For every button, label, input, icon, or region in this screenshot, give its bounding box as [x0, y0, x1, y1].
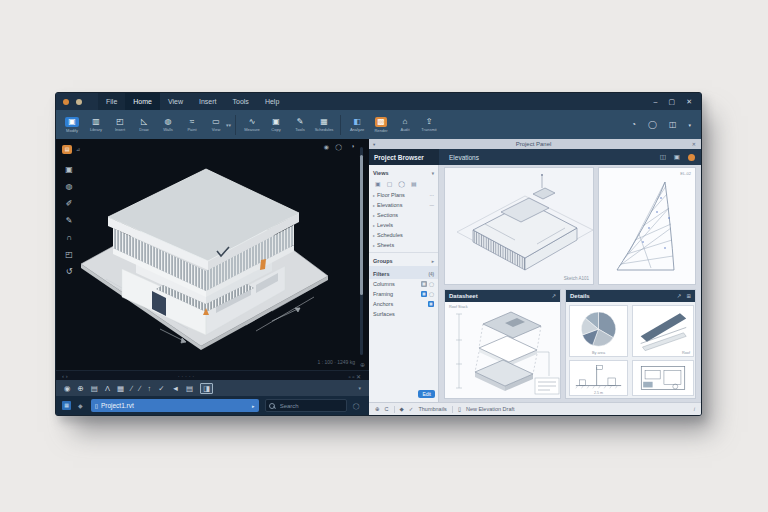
target-tool-icon[interactable]: ◍ [63, 182, 75, 192]
viewport-3d[interactable]: ▤ ⊿ ▣ ◍ ✐ ✎ ∩ ◰ ↺ ◉ ◯ ◗ ⊕ 1 : 100 · 1249… [56, 139, 369, 370]
arc-tool-icon[interactable]: ∩ [63, 233, 75, 243]
insert-button[interactable]: ◰ Insert [108, 118, 132, 132]
tree-item-levels[interactable]: ▸ Levels [369, 220, 438, 230]
info-icon[interactable]: i [694, 406, 695, 412]
viewport-scrollbar-thumb[interactable] [360, 155, 363, 295]
visibility-icon[interactable]: ◯ [429, 292, 434, 297]
sun-icon[interactable]: ◯ [335, 143, 342, 150]
draw-button[interactable]: ◺ Draw [132, 118, 156, 132]
tile-view-icon[interactable]: ◫ [660, 153, 666, 161]
paint-button[interactable]: ≈ Paint [180, 118, 204, 132]
thumbnail-sketch[interactable]: Sketch A101 [444, 167, 594, 285]
project-browser-title[interactable]: Project Browser [369, 149, 439, 165]
pen-tool-icon[interactable]: ✎ [63, 216, 75, 226]
close-button[interactable]: ✕ [686, 98, 692, 106]
active-view-icon[interactable]: ◨ [200, 383, 213, 394]
more-tools-chevron-icon[interactable]: ▾ [358, 385, 361, 391]
tree-new-icon[interactable]: ▢ [387, 180, 393, 187]
layers-icon[interactable]: ▤ [91, 384, 98, 393]
render-button[interactable]: ▩ Render [369, 117, 393, 133]
tree-views-header[interactable]: Views ▾ [369, 165, 438, 178]
history-icon[interactable]: ◔ [631, 120, 636, 129]
filter-item-anchors[interactable]: Anchors ▦ [369, 299, 438, 309]
draft-label[interactable]: New Elevation Draft [466, 406, 515, 412]
tree-groups-header[interactable]: Groups ▸ [369, 252, 438, 266]
tree-sync-icon[interactable]: ◯ [398, 180, 405, 187]
status-circle-icon[interactable]: ◯ [353, 402, 360, 409]
details-card[interactable]: Details ↗ ⊞ [565, 289, 696, 399]
crosshair-icon[interactable]: ⊕ [375, 406, 380, 412]
file-expand-icon[interactable]: ▸ [252, 403, 255, 409]
tree-filter-icon[interactable]: ▣ [375, 180, 381, 187]
visibility-icon[interactable]: ◯ [429, 282, 434, 287]
tree-item-sheets[interactable]: ▸ Sheets [369, 240, 438, 250]
shading-icon[interactable]: ◉ [324, 143, 329, 150]
tab-view[interactable]: View [160, 93, 191, 110]
mode-letter[interactable]: C [385, 406, 389, 412]
slash2-icon[interactable]: ∕ [139, 384, 140, 393]
tree-item-sections[interactable]: ▸ Sections [369, 210, 438, 220]
view-dropdown-button[interactable]: ▭ View [204, 118, 228, 132]
pin-icon[interactable]: ⊿ [76, 146, 80, 152]
pie-chart-tile[interactable]: By area [569, 305, 628, 357]
drop-icon[interactable]: ◗ [351, 143, 355, 149]
schedules-button[interactable]: ▦ Schedules [312, 118, 336, 132]
model-folder-icon[interactable]: ▤ [62, 145, 72, 154]
left-tri-icon[interactable]: ◄ [172, 384, 179, 393]
datasheet-card[interactable]: Datasheet ↗ [444, 289, 561, 399]
nav-close-icon[interactable]: ▫ ▫ ✕ [348, 373, 361, 380]
grid-add-icon[interactable]: ⊞ [686, 293, 691, 299]
section-tile[interactable]: 2.5 m [569, 360, 628, 396]
tab-home[interactable]: Home [125, 93, 160, 110]
list-view-icon[interactable]: ▣ [674, 153, 680, 161]
transmit-button[interactable]: ⇪ Transmit [417, 118, 441, 132]
tree-list-icon[interactable]: ▤ [411, 180, 417, 187]
thumbnail-truss[interactable]: EL-02 [598, 167, 696, 285]
shield-icon[interactable]: ◆ [78, 402, 83, 409]
select-tool-icon[interactable]: ✐ [63, 199, 75, 209]
app-chip-icon[interactable]: ▦ [62, 401, 71, 410]
filter-item-framing[interactable]: Framing ▦ ◯ [369, 289, 438, 299]
active-file-field[interactable]: ▯ Project1.rvt ▸ [91, 399, 259, 412]
tab-tools[interactable]: Tools [225, 93, 257, 110]
tree-filters-header[interactable]: Filters (4) [369, 266, 438, 279]
walls-button[interactable]: ◍ Walls [156, 118, 180, 132]
add-icon[interactable]: ⊕ [78, 384, 84, 393]
zoom-icon[interactable]: ⊕ [360, 361, 365, 368]
search-input[interactable] [278, 402, 342, 410]
thumbnails-label[interactable]: Thumbnails [418, 406, 446, 412]
filter-item-columns[interactable]: Columns ▦ ◯ [369, 279, 438, 289]
category-chip-icon[interactable]: ▦ [421, 291, 427, 297]
analyze-button[interactable]: ◧ Analyze [345, 118, 369, 132]
slash-icon[interactable]: ∕ [131, 384, 132, 393]
filter-item-surfaces[interactable]: Surfaces [369, 309, 438, 319]
box-tool-icon[interactable]: ◰ [63, 250, 75, 260]
edit-button[interactable]: Edit [418, 390, 435, 398]
lambda-icon[interactable]: Λ [105, 384, 110, 393]
shaded-view-icon[interactable]: ◉ [64, 384, 71, 393]
account-dot-icon[interactable] [688, 154, 695, 161]
tab-insert[interactable]: Insert [191, 93, 225, 110]
category-chip-icon[interactable]: ▦ [428, 301, 434, 307]
maximize-button[interactable]: ▢ [669, 98, 676, 106]
up-arrow-icon[interactable]: ↑ [148, 384, 152, 393]
library-button[interactable]: ▥ Library [84, 118, 108, 132]
check-icon[interactable]: ✓ [158, 384, 164, 393]
tree-item-elevations[interactable]: ▸ Elevations — [369, 200, 438, 210]
tab-file[interactable]: File [98, 93, 125, 110]
audit-button[interactable]: ⌂ Audit [393, 118, 417, 132]
tab-help[interactable]: Help [257, 93, 287, 110]
panel-close-icon[interactable]: ✕ [692, 141, 696, 147]
minimize-button[interactable]: – [654, 98, 658, 106]
copy-button[interactable]: ▣ Copy [264, 118, 288, 132]
layout-icon[interactable]: ◫ [669, 120, 677, 129]
screen-tool-icon[interactable]: ▣ [63, 165, 75, 175]
tree-item-schedules[interactable]: ▸ Schedules [369, 230, 438, 240]
more-chevron-icon[interactable]: ▾ [688, 122, 691, 128]
rotate-tool-icon[interactable]: ↺ [63, 267, 75, 277]
plan-tile[interactable] [632, 360, 694, 396]
sync-icon[interactable]: ◯ [648, 120, 657, 129]
shield-icon[interactable]: ◆ [400, 406, 404, 412]
modify-button[interactable]: ▣ Modify [60, 117, 84, 133]
nav-arrows-icon[interactable]: ‹ › [62, 373, 68, 379]
